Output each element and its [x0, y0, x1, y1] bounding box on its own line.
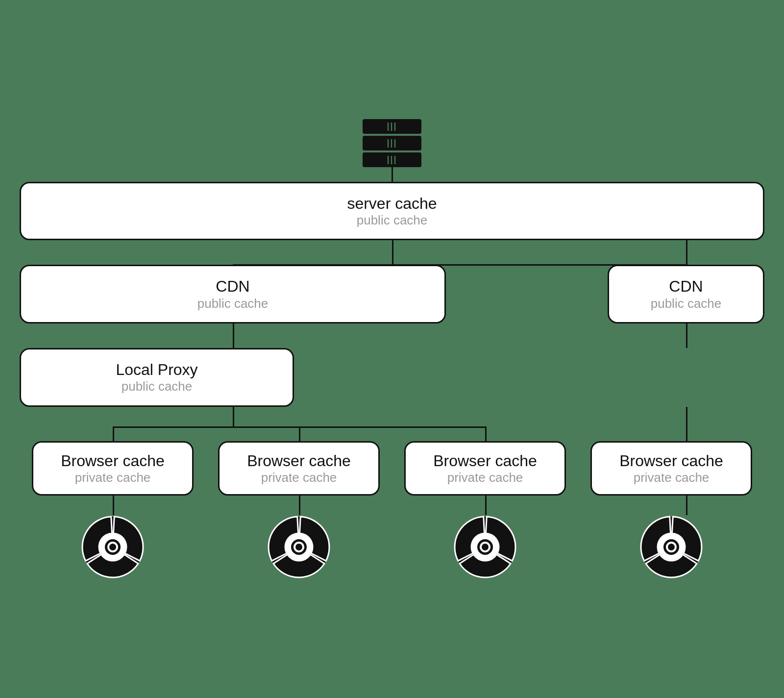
v-local-proxy	[233, 407, 234, 426]
cdn-right-subtitle: public cache	[651, 296, 722, 311]
v-bc2	[299, 426, 300, 441]
v-cdn-right-to-bc4	[686, 407, 687, 441]
h-cdn-to-bc3	[233, 426, 487, 428]
local-proxy-title: Local Proxy	[116, 360, 197, 379]
db-layer-1	[363, 119, 421, 134]
cdn-right-box: CDN public cache	[608, 265, 764, 324]
browser-cache-1-col: Browser cache private cache	[20, 441, 206, 496]
v-cdn-right	[686, 324, 687, 348]
browser-cache-2-col: Browser cache private cache	[206, 441, 392, 496]
v-bc3-chrome	[485, 496, 487, 515]
svg-point-19	[668, 544, 675, 550]
v-cdn-left	[233, 324, 234, 348]
cdn-right-branch: CDN public cache	[608, 265, 764, 324]
bc3-title: Browser cache	[433, 451, 537, 470]
local-proxy-box: Local Proxy public cache	[20, 348, 294, 407]
local-proxy-level: Local Proxy public cache	[20, 348, 764, 407]
v-bc1	[113, 426, 114, 441]
chrome-icon-2	[267, 515, 331, 579]
db-layer-2	[363, 136, 421, 150]
svg-point-4	[109, 544, 116, 550]
chrome-1-col	[20, 515, 206, 579]
svg-point-9	[295, 544, 302, 550]
server-cache-subtitle: public cache	[357, 213, 428, 228]
browser-cache-3-box: Browser cache private cache	[404, 441, 566, 496]
svg-point-14	[482, 544, 489, 550]
chrome-3-col	[392, 515, 578, 579]
chrome-icons-row	[20, 515, 764, 579]
v-bc4-chrome	[686, 496, 687, 515]
bc-to-chrome-connectors	[20, 496, 764, 515]
browser-cache-4-box: Browser cache private cache	[590, 441, 752, 496]
browser-cache-1-box: Browser cache private cache	[32, 441, 194, 496]
chrome-2-col	[206, 515, 392, 579]
chrome-icon-4	[639, 515, 703, 579]
browser-cache-4-col: Browser cache private cache	[578, 441, 764, 496]
connector-server-to-box	[392, 167, 393, 182]
cdn-left-box: CDN public cache	[20, 265, 446, 324]
bc1-subtitle: private cache	[75, 470, 151, 485]
cdn-level-row: CDN public cache CDN public cache	[20, 265, 764, 324]
browser-cache-row: Browser cache private cache Browser cach…	[20, 441, 764, 496]
v-line-right	[686, 240, 687, 265]
server-icon	[363, 119, 421, 167]
db-layer-3	[363, 152, 421, 167]
level3-connectors	[20, 407, 764, 441]
bc1-title: Browser cache	[61, 451, 165, 470]
cdn-left-title: CDN	[216, 277, 249, 296]
local-proxy-subtitle: public cache	[122, 379, 193, 394]
cdn-left-branch: CDN public cache	[20, 265, 446, 324]
bc4-title: Browser cache	[619, 451, 723, 470]
v-bc3	[485, 426, 487, 441]
cache-hierarchy-diagram: server cache public cache CDN public cac…	[10, 119, 774, 579]
chrome-icon-1	[81, 515, 145, 579]
browser-cache-2-box: Browser cache private cache	[218, 441, 380, 496]
cdn-right-title: CDN	[669, 277, 703, 296]
cdn-left-subtitle: public cache	[197, 296, 269, 311]
v-bc2-chrome	[299, 496, 300, 515]
server-cache-box: server cache public cache	[20, 182, 764, 241]
h-line-cdn	[233, 264, 686, 266]
bc2-title: Browser cache	[247, 451, 351, 470]
server-branch-connector	[20, 240, 764, 265]
cdn-branch-connectors	[20, 324, 764, 348]
local-proxy-branch: Local Proxy public cache	[20, 348, 294, 407]
bc3-subtitle: private cache	[447, 470, 523, 485]
v-bc1-chrome	[113, 496, 114, 515]
bc2-subtitle: private cache	[261, 470, 337, 485]
v-line-center	[392, 240, 393, 265]
bc4-subtitle: private cache	[634, 470, 710, 485]
browser-cache-3-col: Browser cache private cache	[392, 441, 578, 496]
chrome-4-col	[578, 515, 764, 579]
chrome-icon-3	[453, 515, 517, 579]
server-cache-title: server cache	[347, 194, 437, 213]
